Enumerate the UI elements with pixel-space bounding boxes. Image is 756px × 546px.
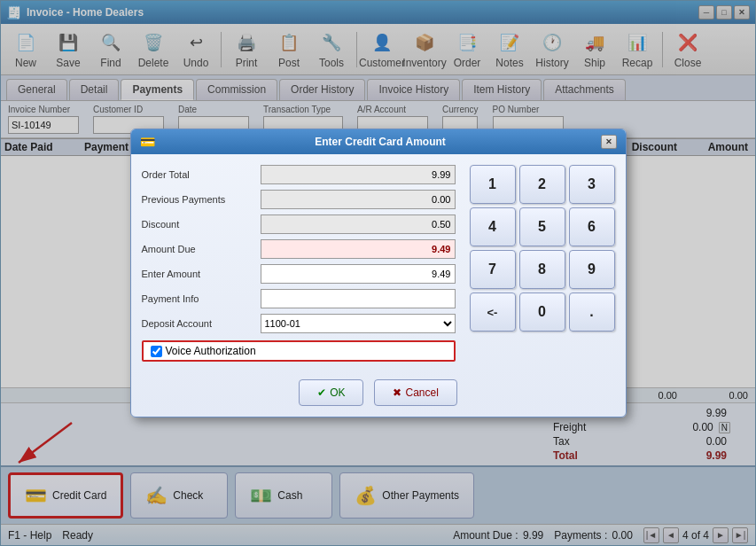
- modal-form: Order Total Previous Payments Discount A…: [142, 165, 456, 362]
- deposit-account-label: Deposit Account: [142, 318, 257, 329]
- voice-auth-text: Voice Authorization: [166, 345, 256, 357]
- deposit-account-select[interactable]: 1100-01: [261, 314, 456, 333]
- payment-info-row: Payment Info: [142, 289, 456, 308]
- previous-payments-row: Previous Payments: [142, 190, 456, 209]
- previous-payments-input[interactable]: [261, 190, 456, 209]
- numpad: 1 2 3 4 5 6 7 8 9 <- 0 .: [470, 165, 615, 362]
- numpad-3[interactable]: 3: [569, 165, 615, 204]
- deposit-account-row: Deposit Account 1100-01: [142, 314, 456, 333]
- numpad-8[interactable]: 8: [519, 250, 565, 289]
- amount-due-row: Amount Due: [142, 239, 456, 259]
- payment-info-label: Payment Info: [142, 293, 257, 304]
- numpad-1[interactable]: 1: [470, 165, 516, 204]
- payment-info-input[interactable]: [261, 289, 456, 308]
- modal-actions: ✔ OK ✖ Cancel: [131, 372, 626, 417]
- numpad-6[interactable]: 6: [569, 207, 615, 246]
- numpad-5[interactable]: 5: [519, 207, 565, 246]
- discount-label: Discount: [142, 219, 257, 230]
- cancel-button[interactable]: ✖ Cancel: [374, 379, 456, 406]
- voice-auth-container: Voice Authorization: [142, 340, 456, 362]
- ok-checkmark-icon: ✔: [317, 386, 326, 399]
- numpad-backspace[interactable]: <-: [470, 292, 516, 332]
- enter-amount-input[interactable]: [261, 264, 456, 284]
- numpad-9[interactable]: 9: [569, 250, 615, 289]
- cancel-x-icon: ✖: [393, 386, 401, 399]
- ok-button[interactable]: ✔ OK: [299, 379, 363, 406]
- discount-row: Discount: [142, 214, 456, 234]
- order-total-row: Order Total: [142, 165, 456, 184]
- numpad-0[interactable]: 0: [519, 292, 565, 332]
- voice-auth-checkbox[interactable]: [151, 346, 162, 357]
- modal-body: Order Total Previous Payments Discount A…: [131, 154, 626, 372]
- enter-amount-label: Enter Amount: [142, 269, 257, 279]
- credit-card-modal: 💳 Enter Credit Card Amount ✕ Order Total…: [130, 129, 627, 417]
- discount-input[interactable]: [261, 214, 456, 234]
- voice-auth-checkbox-label[interactable]: Voice Authorization: [142, 340, 456, 362]
- modal-title-bar: 💳 Enter Credit Card Amount ✕: [131, 129, 626, 154]
- previous-payments-label: Previous Payments: [142, 194, 257, 205]
- modal-overlay: 💳 Enter Credit Card Amount ✕ Order Total…: [0, 0, 756, 546]
- numpad-7[interactable]: 7: [470, 250, 516, 289]
- order-total-input[interactable]: [261, 165, 456, 184]
- numpad-2[interactable]: 2: [519, 165, 565, 204]
- numpad-4[interactable]: 4: [470, 207, 516, 246]
- numpad-decimal[interactable]: .: [569, 292, 615, 332]
- order-total-label: Order Total: [142, 169, 257, 180]
- modal-title-icon: 💳: [140, 135, 155, 149]
- enter-amount-row: Enter Amount: [142, 264, 456, 284]
- ok-label: OK: [330, 386, 345, 399]
- amount-due-label: Amount Due: [142, 244, 257, 254]
- modal-close-button[interactable]: ✕: [601, 135, 617, 149]
- modal-title-text: Enter Credit Card Amount: [315, 136, 446, 148]
- amount-due-input[interactable]: [261, 239, 456, 259]
- cancel-label: Cancel: [405, 386, 438, 399]
